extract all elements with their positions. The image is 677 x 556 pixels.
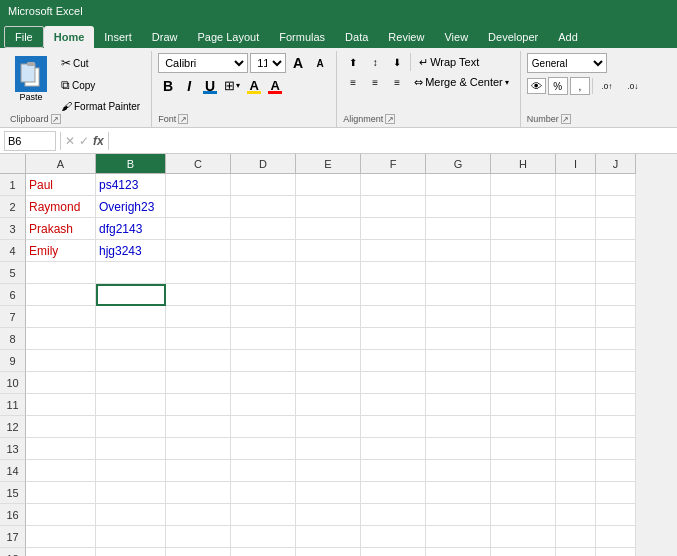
cell-17-G[interactable] bbox=[426, 526, 491, 548]
cell-10-E[interactable] bbox=[296, 372, 361, 394]
wrap-text-button[interactable]: ↵ Wrap Text bbox=[414, 54, 484, 71]
row-num-4[interactable]: 4 bbox=[0, 240, 26, 262]
cell-2-G[interactable] bbox=[426, 196, 491, 218]
percent-button[interactable]: % bbox=[548, 77, 568, 95]
cell-17-I[interactable] bbox=[556, 526, 596, 548]
cell-9-H[interactable] bbox=[491, 350, 556, 372]
cell-5-C[interactable] bbox=[166, 262, 231, 284]
cell-9-F[interactable] bbox=[361, 350, 426, 372]
align-bottom-button[interactable]: ⬇ bbox=[387, 53, 407, 71]
tab-page-layout[interactable]: Page Layout bbox=[187, 26, 269, 48]
cell-3-C[interactable] bbox=[166, 218, 231, 240]
cell-5-J[interactable] bbox=[596, 262, 636, 284]
cell-11-D[interactable] bbox=[231, 394, 296, 416]
cell-8-C[interactable] bbox=[166, 328, 231, 350]
cell-12-C[interactable] bbox=[166, 416, 231, 438]
fill-color-button[interactable]: A bbox=[244, 76, 264, 96]
cell-15-E[interactable] bbox=[296, 482, 361, 504]
cell-8-D[interactable] bbox=[231, 328, 296, 350]
cell-14-F[interactable] bbox=[361, 460, 426, 482]
cell-11-F[interactable] bbox=[361, 394, 426, 416]
cell-6-C[interactable] bbox=[166, 284, 231, 306]
cell-3-J[interactable] bbox=[596, 218, 636, 240]
cell-1-A[interactable]: Paul bbox=[26, 174, 96, 196]
tab-add[interactable]: Add bbox=[548, 26, 588, 48]
cell-4-F[interactable] bbox=[361, 240, 426, 262]
col-header-g[interactable]: G bbox=[426, 154, 491, 174]
cell-18-E[interactable] bbox=[296, 548, 361, 556]
cell-16-F[interactable] bbox=[361, 504, 426, 526]
cell-16-D[interactable] bbox=[231, 504, 296, 526]
align-top-button[interactable]: ⬆ bbox=[343, 53, 363, 71]
align-middle-button[interactable]: ↕ bbox=[365, 53, 385, 71]
cell-3-D[interactable] bbox=[231, 218, 296, 240]
cell-7-B[interactable] bbox=[96, 306, 166, 328]
cell-13-E[interactable] bbox=[296, 438, 361, 460]
cell-13-C[interactable] bbox=[166, 438, 231, 460]
cell-4-D[interactable] bbox=[231, 240, 296, 262]
cell-17-H[interactable] bbox=[491, 526, 556, 548]
cell-6-B[interactable] bbox=[96, 284, 166, 306]
col-header-i[interactable]: I bbox=[556, 154, 596, 174]
cell-2-D[interactable] bbox=[231, 196, 296, 218]
cell-4-B[interactable]: hjg3243 bbox=[96, 240, 166, 262]
cell-4-J[interactable] bbox=[596, 240, 636, 262]
formula-cancel-button[interactable]: ✕ bbox=[65, 134, 75, 148]
cell-14-H[interactable] bbox=[491, 460, 556, 482]
row-num-12[interactable]: 12 bbox=[0, 416, 26, 438]
cell-11-I[interactable] bbox=[556, 394, 596, 416]
row-num-8[interactable]: 8 bbox=[0, 328, 26, 350]
col-header-a[interactable]: A bbox=[26, 154, 96, 174]
cell-12-B[interactable] bbox=[96, 416, 166, 438]
cell-15-G[interactable] bbox=[426, 482, 491, 504]
col-header-d[interactable]: D bbox=[231, 154, 296, 174]
cell-5-I[interactable] bbox=[556, 262, 596, 284]
cell-7-E[interactable] bbox=[296, 306, 361, 328]
cell-17-J[interactable] bbox=[596, 526, 636, 548]
cell-18-B[interactable] bbox=[96, 548, 166, 556]
tab-file[interactable]: File bbox=[4, 26, 44, 48]
cell-10-I[interactable] bbox=[556, 372, 596, 394]
cell-8-I[interactable] bbox=[556, 328, 596, 350]
cell-6-D[interactable] bbox=[231, 284, 296, 306]
cell-1-G[interactable] bbox=[426, 174, 491, 196]
row-num-3[interactable]: 3 bbox=[0, 218, 26, 240]
row-num-9[interactable]: 9 bbox=[0, 350, 26, 372]
cell-8-E[interactable] bbox=[296, 328, 361, 350]
cell-5-H[interactable] bbox=[491, 262, 556, 284]
cell-10-B[interactable] bbox=[96, 372, 166, 394]
formula-function-button[interactable]: fx bbox=[93, 134, 104, 148]
tab-developer[interactable]: Developer bbox=[478, 26, 548, 48]
cell-10-J[interactable] bbox=[596, 372, 636, 394]
cell-9-D[interactable] bbox=[231, 350, 296, 372]
cell-15-H[interactable] bbox=[491, 482, 556, 504]
cell-12-H[interactable] bbox=[491, 416, 556, 438]
paste-button[interactable]: Paste bbox=[10, 53, 52, 105]
clipboard-dialog-launcher[interactable]: ↗ bbox=[51, 114, 61, 124]
font-color-button[interactable]: A bbox=[265, 76, 285, 96]
cell-3-H[interactable] bbox=[491, 218, 556, 240]
cell-9-B[interactable] bbox=[96, 350, 166, 372]
cell-11-J[interactable] bbox=[596, 394, 636, 416]
cell-13-B[interactable] bbox=[96, 438, 166, 460]
cell-17-C[interactable] bbox=[166, 526, 231, 548]
cell-7-A[interactable] bbox=[26, 306, 96, 328]
cell-10-F[interactable] bbox=[361, 372, 426, 394]
cell-11-G[interactable] bbox=[426, 394, 491, 416]
cell-2-C[interactable] bbox=[166, 196, 231, 218]
cell-16-G[interactable] bbox=[426, 504, 491, 526]
cell-7-J[interactable] bbox=[596, 306, 636, 328]
cell-1-B[interactable]: ps4123 bbox=[96, 174, 166, 196]
cell-6-H[interactable] bbox=[491, 284, 556, 306]
cell-5-A[interactable] bbox=[26, 262, 96, 284]
cell-2-J[interactable] bbox=[596, 196, 636, 218]
cell-15-C[interactable] bbox=[166, 482, 231, 504]
cell-11-B[interactable] bbox=[96, 394, 166, 416]
cell-4-C[interactable] bbox=[166, 240, 231, 262]
cell-18-I[interactable] bbox=[556, 548, 596, 556]
align-center-button[interactable]: ≡ bbox=[365, 73, 385, 91]
cell-8-A[interactable] bbox=[26, 328, 96, 350]
row-num-10[interactable]: 10 bbox=[0, 372, 26, 394]
col-header-c[interactable]: C bbox=[166, 154, 231, 174]
tab-home[interactable]: Home bbox=[44, 26, 95, 48]
